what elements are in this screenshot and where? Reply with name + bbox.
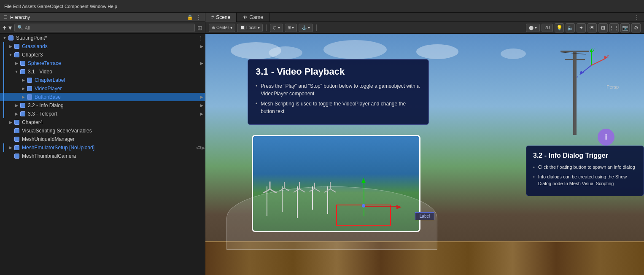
info-card-32-bullet-1: • Click the floating button to spawn an … xyxy=(533,164,637,171)
persp-label: ← Persp xyxy=(601,84,619,89)
label-visual-scripting: VisualScripting SceneVariables xyxy=(22,128,205,134)
tree-item-video-player[interactable]: ▶ VideoPlayer xyxy=(0,84,205,93)
tree-item-chapter3[interactable]: ▼ Chapter3 xyxy=(0,51,205,59)
cube-icon-visual-scripting xyxy=(13,127,20,134)
scene-toolbar: ⊕ Center ▾ 🔲 Local ▾ ⬡ ▾ ⊞ ▾ ⚓ ▾ ⬤ ▾ xyxy=(205,22,644,34)
bullet-dot-1: • xyxy=(256,82,257,97)
tab-game[interactable]: 👁 Game xyxy=(237,13,269,22)
tree-item-teleport-33[interactable]: ▶ 3.3 - Teleport ▶ xyxy=(0,110,205,118)
transform-btn-1[interactable]: ⬡ ▾ xyxy=(270,24,283,32)
tree-item-visual-scripting[interactable]: ▶ VisualScripting SceneVariables xyxy=(0,127,205,135)
search-box[interactable]: 🔍 All xyxy=(14,24,195,32)
svg-text:z: z xyxy=(577,75,579,79)
label-chapter3: Chapter3 xyxy=(22,52,205,58)
tree-item-grasslands[interactable]: ▶ Grasslands ▶ xyxy=(0,42,205,51)
effects-icon-btn[interactable]: ✦ xyxy=(577,23,586,32)
bullet-dot-32-2: • xyxy=(533,173,535,187)
hierarchy-content[interactable]: ▼ StartingPoint* ⋮ ▶ Grasslands ▶ ▼ Chap… xyxy=(0,34,205,275)
cloud-2 xyxy=(269,46,302,59)
arrow-video-player: ▶ xyxy=(20,86,26,91)
label-mesh-unique-id: MeshUniqueIdManager xyxy=(22,136,205,142)
hierarchy-title: Hierarchy xyxy=(10,15,30,20)
transform-btn-3[interactable]: ⚓ ▾ xyxy=(299,24,313,32)
hide-icon-btn[interactable]: 👁 xyxy=(587,23,597,32)
curved-wall xyxy=(226,186,437,250)
info-floating-button[interactable]: i xyxy=(598,129,614,146)
toolbar-group-right: ⬤ ▾ 2D 💡 🔈 ✦ 👁 ⊞ ⋮⋮ 📷 ⚙ xyxy=(526,23,641,32)
arrow-info-dialog-32: ▶ xyxy=(13,103,19,108)
label-mesh-emulator: MeshEmulatorSetup [NoUpload] xyxy=(22,145,194,151)
circle-btn[interactable]: ⬤ ▾ xyxy=(526,24,540,32)
center-btn[interactable]: ⊕ Center ▾ xyxy=(209,24,235,32)
info-card-31-bullet-1: • Press the "Play" and "Stop" button bel… xyxy=(256,82,421,97)
audio-icon-btn[interactable]: 🔈 xyxy=(566,23,575,32)
scene-viewport[interactable]: ✋ ✥ ↺ ⤡ ▭ ⬡ ⋯▾ 3.1 - Video P xyxy=(205,34,644,275)
cube-icon-chapter3 xyxy=(13,51,20,58)
unity-menu[interactable]: File Edit Assets GameObject Component Wi… xyxy=(0,4,121,9)
scene-view-icon[interactable]: ⊞ xyxy=(197,24,202,31)
tree-item-video-31[interactable]: ▼ 3.1 - Video xyxy=(0,67,205,76)
info-card-31-body: • Press the "Play" and "Stop" button bel… xyxy=(256,82,421,115)
tree-item-info-dialog-32[interactable]: ▶ 3.2 - Info Dialog ▶ xyxy=(0,101,205,110)
game-tab-icon: 👁 xyxy=(243,15,247,20)
arrow-starting-point: ▼ xyxy=(2,36,8,40)
label-mesh-thumbnail: MeshThumbnailCamera xyxy=(22,153,205,159)
tree-item-starting-point[interactable]: ▼ StartingPoint* ⋮ xyxy=(0,34,205,42)
cube-icon-teleport-33 xyxy=(19,111,26,117)
cube-icon-mesh-unique-id xyxy=(13,136,20,143)
2d-btn[interactable]: 2D xyxy=(542,24,553,32)
more-icon-starting-point[interactable]: ⋮ xyxy=(198,35,203,41)
add-button[interactable]: + ▾ xyxy=(3,24,12,32)
info-card-31-title: 3.1 - Video Playback xyxy=(256,66,421,77)
grid-icon-btn[interactable]: ⊞ xyxy=(598,23,608,32)
bullet-dot-32-1: • xyxy=(533,164,535,171)
info-card-32-title: 3.2 - Info Dialog Trigger xyxy=(533,152,637,159)
right-arrow-grasslands: ▶ xyxy=(200,44,203,49)
svg-text:x: x xyxy=(607,54,609,58)
local-label: Local xyxy=(246,25,256,30)
right-arrow-button-base: ▶ xyxy=(200,95,203,99)
arrow-chapter3: ▼ xyxy=(8,53,13,57)
hierarchy-title-bar: ☰ Hierarchy xyxy=(3,14,187,20)
tree-item-chapter-label[interactable]: ▶ ChapterLabel xyxy=(0,76,205,84)
scene-background: 3.1 - Video Playback • Press the "Play" … xyxy=(205,34,644,275)
more-options-icon[interactable]: ⋮ xyxy=(196,14,202,21)
lock-icon[interactable]: 🔒 xyxy=(187,14,193,20)
right-arrow-sphere-terrace: ▶ xyxy=(200,61,203,65)
label-video-31: 3.1 - Video xyxy=(28,69,205,75)
transform-btn-2[interactable]: ⊞ ▾ xyxy=(285,24,297,32)
arrow-button-base: ▶ xyxy=(20,95,26,99)
scene-more-icon[interactable]: ⋮ xyxy=(630,14,644,21)
arrow-chapter4: ▶ xyxy=(8,120,13,124)
search-text: All xyxy=(25,25,30,30)
scene-tab-icon: # xyxy=(211,15,214,20)
arrow-mesh-emulator: ▶ xyxy=(8,146,13,150)
hamburger-icon: ☰ xyxy=(3,14,8,20)
hierarchy-header: ☰ Hierarchy 🔒 ⋮ xyxy=(0,13,205,22)
local-arrow: ▾ xyxy=(258,25,260,30)
camera-icon-btn[interactable]: 📷 xyxy=(620,23,630,32)
tree-item-mesh-unique-id[interactable]: ▶ MeshUniqueIdManager xyxy=(0,135,205,143)
search-icon: 🔍 xyxy=(17,25,23,30)
tab-scene[interactable]: # Scene xyxy=(205,13,237,22)
settings-icon-btn[interactable]: ⚙ xyxy=(631,23,641,32)
cube-icon-mesh-emulator xyxy=(13,144,20,151)
scene-tabs: # Scene 👁 Game ⋮ xyxy=(205,13,644,22)
toolbar-group-transform: ⬡ ▾ ⊞ ▾ ⚓ ▾ xyxy=(270,24,313,32)
cube-icon-video-31 xyxy=(19,68,26,75)
cube-icon-grasslands xyxy=(13,43,20,50)
tree-item-mesh-thumbnail[interactable]: ▶ MeshThumbnailCamera xyxy=(0,152,205,160)
tree-item-chapter4[interactable]: ▶ Chapter4 xyxy=(0,118,205,127)
hierarchy-header-icons: 🔒 ⋮ xyxy=(187,14,202,21)
tree-item-button-base[interactable]: ▶ ButtonBase ▶ xyxy=(0,93,205,101)
layers-icon-btn[interactable]: ⋮⋮ xyxy=(609,23,619,32)
more-icon-mesh-emulator[interactable]: ▶ xyxy=(202,145,205,151)
tree-item-mesh-emulator[interactable]: ▶ MeshEmulatorSetup [NoUpload] 🏷 ▶ xyxy=(0,143,205,152)
label-grasslands: Grasslands xyxy=(22,43,200,49)
center-arrow: ▾ xyxy=(230,25,232,30)
gizmo[interactable]: y z x xyxy=(572,46,610,84)
tree-item-sphere-terrace[interactable]: ▶ SphereTerrace ▶ xyxy=(0,59,205,67)
light-icon-btn[interactable]: 💡 xyxy=(555,23,564,32)
cube-icon-info-dialog-32 xyxy=(19,102,26,109)
local-btn[interactable]: 🔲 Local ▾ xyxy=(237,24,263,32)
